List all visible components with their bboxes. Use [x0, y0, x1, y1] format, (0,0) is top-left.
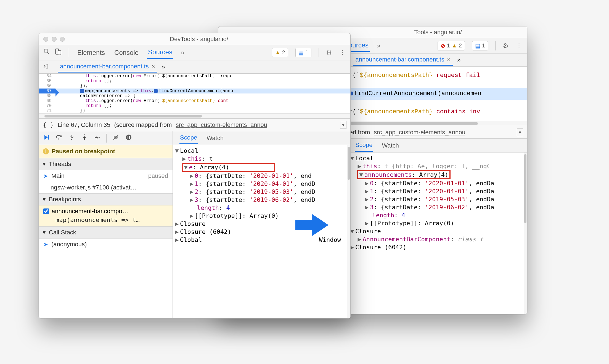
- code-editor: 64 this.logger.error(new Error( ${announ…: [39, 74, 350, 119]
- scope-length[interactable]: length: 4: [350, 211, 525, 219]
- breakpoint-item[interactable]: announcement-bar.compo… map(announcement…: [39, 205, 173, 226]
- close-icon[interactable]: ×: [152, 63, 155, 70]
- pause-exceptions-icon[interactable]: [125, 134, 132, 142]
- breakpoint-code: map(announcements => t…: [43, 216, 168, 224]
- kebab-menu-icon[interactable]: ⋮: [339, 49, 346, 56]
- popout-icon[interactable]: ▾: [517, 129, 523, 136]
- comparison-arrow-icon: [295, 212, 329, 239]
- more-tabs-icon[interactable]: »: [181, 49, 184, 57]
- sourcemap-link[interactable]: src_app_custom-elements_annou: [176, 121, 267, 129]
- vertical-scrollbar[interactable]: [524, 152, 527, 314]
- chevron-down-icon: ▼: [42, 230, 47, 235]
- horizontal-scrollbar[interactable]: [39, 113, 350, 118]
- svg-rect-10: [129, 136, 130, 139]
- message-icon: ▤: [298, 49, 304, 56]
- inspect-icon[interactable]: [43, 48, 51, 57]
- close-icon[interactable]: ×: [447, 56, 451, 63]
- code-line: return [];: [55, 103, 350, 108]
- scope-local[interactable]: ▼Local: [175, 147, 348, 155]
- tab-watch[interactable]: Watch: [381, 140, 399, 151]
- devtools-window-left: DevTools - angular.io/ Elements Console …: [39, 33, 351, 318]
- breakpoint-icon[interactable]: [80, 89, 84, 93]
- more-files-icon[interactable]: »: [457, 57, 460, 64]
- code-line: return [];: [55, 79, 350, 84]
- scope-arr-3[interactable]: ▶3: {startDate: '2019-06-02', endDa: [350, 203, 525, 211]
- warning-icon: ▲: [452, 42, 457, 49]
- settings-icon[interactable]: ⚙: [326, 49, 332, 57]
- breakpoints-header[interactable]: ▼Breakpoints: [39, 193, 173, 205]
- cursor-position: Line 67, Column 35: [58, 121, 110, 129]
- tab-scope[interactable]: Scope: [179, 132, 198, 144]
- step-icon[interactable]: [94, 134, 100, 142]
- scope-e-row[interactable]: ▼e: Array(4): [175, 163, 348, 172]
- scope-proto[interactable]: ▶[[Prototype]]: Array(0): [350, 219, 525, 227]
- scope-tree: ▼Local ▶this: t {http: Ae, logger: T, __…: [348, 152, 527, 314]
- resume-icon[interactable]: [43, 134, 49, 142]
- warnings-badge[interactable]: ▲2: [272, 48, 288, 57]
- file-tab-ts[interactable]: announcement-bar.component.ts ×: [353, 54, 453, 66]
- tab-console[interactable]: Console: [113, 47, 140, 59]
- scope-this[interactable]: ▶this: t: [175, 155, 348, 163]
- scope-announcements[interactable]: ▼announcements: Array(4): [350, 170, 525, 179]
- file-tab-active[interactable]: announcement-bar.component.ts ×: [58, 61, 157, 73]
- code-line: this.logger.error(new Error( ${announcem…: [55, 74, 350, 79]
- scope-closure-n[interactable]: ▶Closure (6042): [350, 243, 525, 251]
- code-line: Error(`${announcementsPath} request fail: [334, 69, 527, 82]
- tab-elements[interactable]: Elements: [76, 47, 106, 59]
- titlebar: DevTools - angular.io/: [39, 33, 350, 45]
- settings-icon[interactable]: ⚙: [503, 42, 509, 50]
- threads-header[interactable]: ▼Threads: [39, 158, 173, 170]
- svg-rect-1: [58, 50, 61, 55]
- svg-rect-2: [48, 135, 49, 140]
- scope-arr-0[interactable]: ▶0: {startDate: '2020-01-01', end: [175, 172, 348, 180]
- scope-arr-2[interactable]: ▶2: {startDate: '2019-05-03', endD: [175, 188, 348, 196]
- scope-arr-1[interactable]: ▶1: {startDate: '2020-04-01', endDa: [350, 187, 525, 195]
- deactivate-bp-icon[interactable]: [113, 134, 119, 142]
- more-files-icon[interactable]: »: [162, 63, 165, 71]
- file-tabs: announcement-bar.component.ts × »: [39, 60, 350, 74]
- callstack-frame[interactable]: ➤(anonymous): [39, 239, 173, 250]
- tab-sources[interactable]: Sources: [147, 46, 173, 59]
- warning-icon: ▲: [275, 49, 280, 56]
- code-line-exec: map(announcements => this.findCurrentAnn…: [55, 89, 350, 93]
- more-tabs-icon[interactable]: »: [377, 42, 380, 50]
- separator: [69, 48, 69, 57]
- navigator-icon[interactable]: [43, 63, 49, 71]
- vertical-scrollbar[interactable]: [347, 145, 350, 318]
- popout-icon[interactable]: ▾: [340, 121, 346, 129]
- svg-point-6: [99, 137, 100, 138]
- scope-arr-0[interactable]: ▶0: {startDate: '2020-01-01', endDa: [350, 179, 525, 187]
- step-out-icon[interactable]: [81, 134, 88, 142]
- errors-badge[interactable]: ⊘1 ▲2: [438, 41, 465, 50]
- breakpoint-checkbox[interactable]: [43, 208, 49, 214]
- svg-point-3: [58, 138, 59, 140]
- svg-point-5: [84, 134, 85, 135]
- sourcemap-link[interactable]: src_app_custom-elements_annou: [374, 129, 465, 136]
- scope-column-right: Scope Watch ▼Local ▶this: t {http: Ae, l…: [348, 139, 527, 314]
- chevron-down-icon: ▼: [42, 197, 47, 202]
- scope-arr-3[interactable]: ▶3: {startDate: '2019-06-02', endD: [175, 196, 348, 204]
- step-over-icon[interactable]: [55, 134, 62, 142]
- thread-main[interactable]: ➤Mainpaused: [39, 170, 173, 182]
- messages-badge[interactable]: ▤1: [472, 41, 488, 50]
- close-dot-icon[interactable]: [43, 37, 48, 42]
- scope-closure[interactable]: ▼Closure: [350, 227, 525, 235]
- scope-arr-2[interactable]: ▶2: {startDate: '2019-05-03', endDa: [350, 195, 525, 203]
- scope-arr-1[interactable]: ▶1: {startDate: '2020-04-01', endD: [175, 180, 348, 188]
- thread-worker[interactable]: ngsw-worker.js #7100 (activat…: [39, 182, 173, 193]
- call-marker-icon: [154, 89, 158, 93]
- step-into-icon[interactable]: [68, 134, 75, 142]
- callstack-header[interactable]: ▼Call Stack: [39, 226, 173, 239]
- tab-scope[interactable]: Scope: [355, 139, 373, 152]
- tab-watch[interactable]: Watch: [206, 132, 224, 144]
- kebab-menu-icon[interactable]: ⋮: [516, 42, 523, 49]
- scope-this[interactable]: ▶this: t {http: Ae, logger: T, __ngC: [350, 162, 525, 170]
- scope-abc[interactable]: ▶AnnouncementBarComponent: class t: [350, 235, 525, 243]
- scope-length[interactable]: length: 4: [175, 204, 348, 212]
- scope-local[interactable]: ▼Local: [350, 154, 525, 162]
- messages-badge[interactable]: ▤1: [295, 48, 311, 57]
- scope-watch-tabs: Scope Watch: [173, 131, 350, 145]
- pretty-print-icon[interactable]: { }: [43, 121, 54, 128]
- svg-rect-9: [128, 136, 128, 139]
- device-icon[interactable]: [54, 48, 62, 57]
